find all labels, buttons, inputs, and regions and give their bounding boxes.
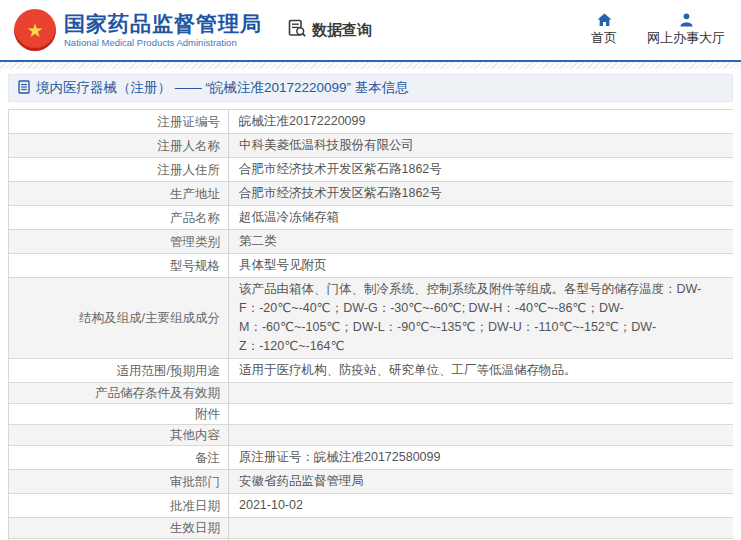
- table-row: 附件: [9, 404, 733, 425]
- field-value: 中科美菱低温科技股份有限公司: [228, 134, 733, 157]
- field-value: 适用于医疗机构、防疫站、研究单位、工厂等低温储存物品。: [228, 359, 733, 382]
- field-value: 原注册证号：皖械注准20172580099: [228, 446, 733, 469]
- field-value: [228, 383, 733, 403]
- field-label: 适用范围/预期用途: [9, 359, 228, 382]
- table-row: 注册人住所 合肥市经济技术开发区紫石路1862号: [9, 158, 733, 182]
- brand-block: 国家药品监督管理局 National Medical Products Admi…: [64, 12, 262, 49]
- header-nav: 首页 网上办事大厅: [591, 13, 729, 47]
- field-value: [228, 404, 733, 424]
- field-label: 型号规格: [9, 254, 228, 277]
- field-label-text: 其他内容: [170, 426, 220, 444]
- table-row: 结构及组成/主要组成成分 该产品由箱体、门体、制冷系统、控制系统及附件等组成。各…: [9, 278, 733, 359]
- page-title-bar: 境内医疗器械（注册） —— “皖械注准20172220099” 基本信息: [8, 74, 733, 102]
- table-row: 注册人名称 中科美菱低温科技股份有限公司: [9, 134, 733, 158]
- table-row: 备注 原注册证号：皖械注准20172580099: [9, 446, 733, 470]
- field-value: 该产品由箱体、门体、制冷系统、控制系统及附件等组成。各型号的储存温度：DW-F：…: [228, 278, 733, 358]
- field-label-text: 注册人住所: [158, 161, 221, 179]
- field-value: 第二类: [228, 230, 733, 253]
- site-title: 国家药品监督管理局: [64, 12, 262, 35]
- site-header: ★ 国家药品监督管理局 National Medical Products Ad…: [0, 0, 741, 60]
- field-label: 结构及组成/主要组成成分: [9, 278, 228, 358]
- hatched-strip: [0, 62, 741, 69]
- table-row: 其他内容: [9, 425, 733, 446]
- field-label-text: 产品储存条件及有效期: [95, 384, 220, 402]
- field-label-text: 型号规格: [170, 257, 220, 275]
- field-label: 管理类别: [9, 230, 228, 253]
- table-row: 生效日期: [9, 518, 733, 539]
- field-value: 2021-10-02: [228, 494, 733, 517]
- document-search-icon: [288, 19, 307, 41]
- table-row: 型号规格 具体型号见附页: [9, 254, 733, 278]
- national-emblem-logo: ★: [14, 9, 56, 51]
- field-label: 审批部门: [9, 470, 228, 493]
- field-label: 批准日期: [9, 494, 228, 517]
- table-row: 管理类别 第二类: [9, 230, 733, 254]
- field-label-text: 注册人名称: [158, 137, 221, 155]
- page-title: 境内医疗器械（注册） —— “皖械注准20172220099” 基本信息: [36, 79, 409, 97]
- nav-home[interactable]: 首页: [591, 13, 617, 47]
- field-label: 注册证编号: [9, 110, 228, 133]
- table-row: 适用范围/预期用途 适用于医疗机构、防疫站、研究单位、工厂等低温储存物品。: [9, 359, 733, 383]
- field-label-text: 批准日期: [170, 497, 220, 515]
- field-label: 生效日期: [9, 518, 228, 538]
- field-label: 注册人住所: [9, 158, 228, 181]
- data-query-button[interactable]: 数据查询: [288, 19, 372, 41]
- table-row: 生产地址 合肥市经济技术开发区紫石路1862号: [9, 182, 733, 206]
- home-icon: [597, 13, 612, 27]
- table-row: 产品名称 超低温冷冻储存箱: [9, 206, 733, 230]
- field-label-text: 适用范围/预期用途: [117, 362, 220, 380]
- field-value: 超低温冷冻储存箱: [228, 206, 733, 229]
- field-value: [228, 425, 733, 445]
- data-query-label: 数据查询: [312, 21, 372, 40]
- field-label: 注册人名称: [9, 134, 228, 157]
- nav-service-hall[interactable]: 网上办事大厅: [647, 13, 725, 47]
- field-value: 具体型号见附页: [228, 254, 733, 277]
- field-label-text: 管理类别: [170, 233, 220, 251]
- field-label-text: 生产地址: [170, 185, 220, 203]
- table-row: 注册证编号 皖械注准20172220099: [9, 110, 733, 134]
- nav-service-hall-label: 网上办事大厅: [647, 29, 725, 47]
- field-label-text: 结构及组成/主要组成成分: [79, 309, 220, 327]
- field-value: [228, 518, 733, 538]
- field-label-text: 生效日期: [170, 519, 220, 537]
- table-row: 批准日期 2021-10-02: [9, 494, 733, 518]
- field-label-text: 审批部门: [170, 473, 220, 491]
- table-row: 审批部门 安徽省药品监督管理局: [9, 470, 733, 494]
- table-row: 产品储存条件及有效期: [9, 383, 733, 404]
- info-table: 注册证编号 皖械注准20172220099 注册人名称 中科美菱低温科技股份有限…: [8, 109, 733, 540]
- field-label-text: 产品名称: [170, 209, 220, 227]
- site-subtitle: National Medical Products Administration: [64, 38, 262, 48]
- field-value: 合肥市经济技术开发区紫石路1862号: [228, 158, 733, 181]
- document-icon: [18, 80, 30, 97]
- field-label-text: 备注: [195, 449, 220, 467]
- field-label: 附件: [9, 404, 228, 424]
- field-value: 合肥市经济技术开发区紫石路1862号: [228, 182, 733, 205]
- main-content: 境内医疗器械（注册） —— “皖械注准20172220099” 基本信息 注册证…: [8, 74, 733, 540]
- user-icon: [679, 13, 694, 27]
- field-value: 皖械注准20172220099: [228, 110, 733, 133]
- field-label-text: 注册证编号: [158, 113, 221, 131]
- field-label-text: 附件: [195, 405, 220, 423]
- field-label: 产品名称: [9, 206, 228, 229]
- field-label: 其他内容: [9, 425, 228, 445]
- field-label: 备注: [9, 446, 228, 469]
- field-label: 产品储存条件及有效期: [9, 383, 228, 403]
- field-label: 生产地址: [9, 182, 228, 205]
- nav-home-label: 首页: [591, 29, 617, 47]
- field-value: 安徽省药品监督管理局: [228, 470, 733, 493]
